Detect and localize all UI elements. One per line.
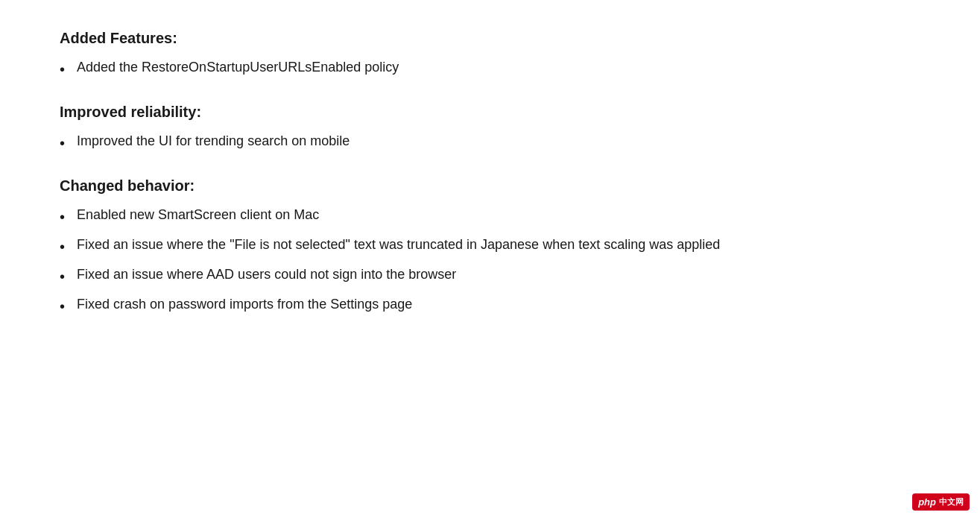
bullet-icon: • — [60, 206, 65, 227]
section-title-changed-behavior: Changed behavior: — [60, 177, 920, 195]
list-item: •Fixed an issue where the "File is not s… — [60, 235, 920, 257]
item-text: Added the RestoreOnStartupUserURLsEnable… — [77, 57, 920, 78]
list-item: •Fixed an issue where AAD users could no… — [60, 265, 920, 287]
list-item: •Fixed crash on password imports from th… — [60, 294, 920, 317]
bullet-list-improved-reliability: •Improved the UI for trending search on … — [60, 131, 920, 154]
bullet-list-added-features: •Added the RestoreOnStartupUserURLsEnabl… — [60, 57, 920, 80]
bullet-list-changed-behavior: •Enabled new SmartScreen client on Mac•F… — [60, 205, 920, 317]
section-title-added-features: Added Features: — [60, 30, 920, 47]
item-text: Fixed an issue where AAD users could not… — [77, 265, 920, 285]
section-improved-reliability: Improved reliability:•Improved the UI fo… — [60, 104, 920, 154]
bullet-icon: • — [60, 236, 65, 257]
item-text: Fixed an issue where the "File is not se… — [77, 235, 920, 255]
site-label: 中文网 — [939, 496, 964, 508]
section-changed-behavior: Changed behavior:•Enabled new SmartScree… — [60, 177, 920, 317]
bullet-icon: • — [60, 296, 65, 317]
list-item: •Enabled new SmartScreen client on Mac — [60, 205, 920, 227]
bullet-icon: • — [60, 59, 65, 80]
bullet-icon: • — [60, 266, 65, 287]
item-text: Fixed crash on password imports from the… — [77, 294, 920, 315]
php-badge: php 中文网 — [912, 493, 970, 511]
item-text: Improved the UI for trending search on m… — [77, 131, 920, 151]
list-item: •Improved the UI for trending search on … — [60, 131, 920, 154]
section-added-features: Added Features:•Added the RestoreOnStart… — [60, 30, 920, 80]
section-title-improved-reliability: Improved reliability: — [60, 104, 920, 121]
list-item: •Added the RestoreOnStartupUserURLsEnabl… — [60, 57, 920, 80]
content-area: Added Features:•Added the RestoreOnStart… — [60, 30, 920, 317]
bullet-icon: • — [60, 133, 65, 154]
item-text: Enabled new SmartScreen client on Mac — [77, 205, 920, 225]
php-label: php — [918, 496, 936, 508]
